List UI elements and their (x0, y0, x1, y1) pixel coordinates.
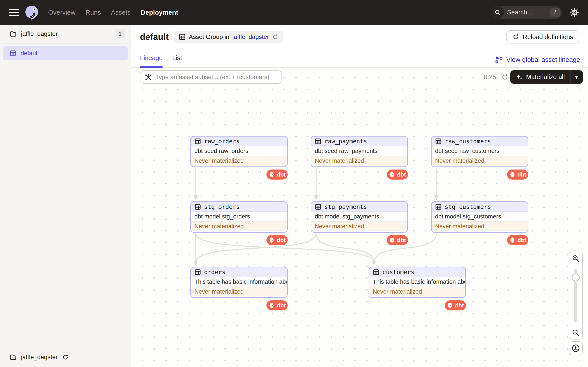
refresh-icon[interactable] (62, 354, 69, 360)
refresh-timer: 0:25 (484, 73, 496, 81)
asset-name: orders (204, 269, 225, 275)
top-nav: OverviewRunsAssetsDeployment / (0, 0, 588, 25)
dbt-badge-label: dbt (517, 171, 526, 178)
dbt-badge-label: dbt (517, 237, 526, 244)
nav-item-assets[interactable]: Assets (111, 9, 130, 16)
dbt-logo-icon (447, 302, 453, 309)
folder-icon (10, 354, 17, 361)
sidebar-project-row[interactable]: jaffle_dagster 1 (0, 25, 131, 43)
asset-subset-input[interactable] (155, 74, 273, 81)
dbt-logo-icon (389, 237, 395, 243)
dbt-badge-stg_orders[interactable]: dbt (267, 235, 288, 245)
sparkle-icon (516, 73, 523, 81)
dbt-badge-raw_payments[interactable]: dbt (387, 169, 408, 180)
table-icon (435, 138, 442, 145)
folder-icon (10, 30, 17, 37)
refresh-icon[interactable] (272, 34, 278, 40)
asset-description: dbt model stg_orders (191, 212, 287, 222)
dagster-logo-icon[interactable] (25, 5, 39, 20)
asset-node-header: raw_orders (191, 136, 287, 146)
asset-name: customers (382, 269, 414, 275)
reload-definitions-label: Reload definitions (523, 33, 573, 41)
dbt-badge-customers[interactable]: dbt (445, 300, 466, 310)
refresh-graph-icon[interactable] (501, 74, 508, 81)
asset-node-header: stg_orders (191, 202, 287, 212)
asset-group-icon (10, 50, 16, 57)
zoom-controls (569, 252, 583, 340)
search-shortcut-key: / (550, 8, 560, 17)
asset-group-project-link[interactable]: jaffle_dagster (232, 33, 269, 40)
asset-node-raw_customers[interactable]: raw_customersdbt seed raw_customersNever… (431, 136, 528, 167)
sidebar-item-label: default (21, 50, 39, 57)
tab-lineage[interactable]: Lineage (140, 54, 163, 68)
page-header: default Asset Group in jaffle_dagster Re… (131, 25, 588, 68)
reload-definitions-button[interactable]: Reload definitions (506, 30, 579, 43)
asset-status: Never materialized (191, 156, 287, 166)
asset-status: Never materialized (191, 287, 287, 296)
asset-node-stg_payments[interactable]: stg_paymentsdbt model stg_paymentsNever … (311, 201, 408, 233)
group-count-badge: 1 (115, 29, 125, 39)
global-search[interactable]: / (491, 6, 562, 19)
dbt-badge-raw_orders[interactable]: dbt (267, 169, 288, 180)
asset-status: Never materialized (369, 287, 465, 296)
dbt-badge-stg_payments[interactable]: dbt (387, 235, 408, 245)
asset-group-badge: Asset Group in jaffle_dagster (174, 31, 283, 43)
asset-status: Never materialized (311, 222, 407, 231)
dbt-logo-icon (268, 171, 275, 178)
asset-node-raw_orders[interactable]: raw_ordersdbt seed raw_ordersNever mater… (190, 136, 288, 167)
lineage-graph-canvas[interactable]: raw_ordersdbt seed raw_ordersNever mater… (131, 68, 588, 367)
nav-item-deployment[interactable]: Deployment (141, 9, 178, 16)
project-name: jaffle_dagster (21, 30, 58, 37)
hamburger-menu-icon[interactable] (9, 9, 19, 16)
view-global-asset-lineage-link[interactable]: View global asset lineage (495, 56, 580, 63)
dbt-badge-label: dbt (455, 302, 464, 309)
sidebar-item-default[interactable]: default (3, 46, 128, 60)
reload-icon (512, 34, 519, 40)
asset-description: dbt model stg_customers (432, 212, 528, 222)
asset-subset-filter[interactable] (140, 70, 282, 84)
asset-node-stg_customers[interactable]: stg_customersdbt model stg_customersNeve… (431, 201, 528, 233)
asset-node-stg_orders[interactable]: stg_ordersdbt model stg_ordersNever mate… (190, 201, 288, 233)
dbt-badge-raw_customers[interactable]: dbt (507, 169, 528, 180)
dbt-logo-icon (509, 171, 516, 178)
asset-description: dbt seed raw_orders (191, 146, 287, 156)
asset-node-header: raw_payments (311, 136, 407, 146)
settings-gear-icon[interactable] (569, 8, 579, 17)
asset-node-header: customers (369, 267, 465, 277)
edge-stg_payments-to-orders (196, 234, 316, 263)
asset-description: This table has basic information about .… (369, 277, 465, 287)
nav-item-overview[interactable]: Overview (48, 9, 76, 16)
dbt-badge-label: dbt (277, 302, 285, 309)
zoom-slider[interactable] (569, 265, 582, 326)
sidebar-footer[interactable]: jaffle_dagster (0, 347, 131, 367)
asset-description: dbt seed raw_payments (311, 146, 407, 156)
dbt-badge-label: dbt (397, 171, 406, 178)
tab-list[interactable]: List (172, 54, 182, 68)
view-tabs: LineageList (140, 54, 182, 68)
asset-node-raw_payments[interactable]: raw_paymentsdbt seed raw_paymentsNever m… (311, 136, 408, 167)
nav-links: OverviewRunsAssetsDeployment (48, 9, 178, 16)
asset-name: raw_orders (204, 138, 240, 145)
asset-name: raw_payments (324, 138, 367, 145)
asset-graph-filter-icon (144, 73, 152, 81)
search-input[interactable] (507, 9, 544, 16)
lineage-icon (495, 56, 503, 63)
zoom-slider-handle[interactable] (572, 274, 580, 281)
materialize-all-button[interactable]: Materialize all ▼ (510, 70, 583, 84)
nav-item-runs[interactable]: Runs (86, 9, 101, 16)
materialize-options-caret[interactable]: ▼ (571, 74, 583, 80)
asset-node-orders[interactable]: ordersThis table has basic information a… (190, 267, 288, 298)
dbt-badge-orders[interactable]: dbt (267, 300, 288, 310)
zoom-in-button[interactable] (569, 252, 582, 265)
dbt-logo-icon (509, 237, 516, 243)
dbt-logo-icon (389, 171, 395, 178)
footer-project-name: jaffle_dagster (21, 354, 58, 361)
recenter-view-button[interactable] (569, 341, 583, 355)
dbt-logo-icon (268, 302, 275, 309)
dbt-badge-stg_customers[interactable]: dbt (507, 235, 528, 245)
dbt-badge-label: dbt (277, 237, 285, 244)
zoom-out-button[interactable] (569, 326, 582, 339)
materialize-all-label: Materialize all (526, 73, 565, 81)
table-icon (194, 204, 201, 210)
asset-node-customers[interactable]: customersThis table has basic informatio… (369, 267, 466, 298)
